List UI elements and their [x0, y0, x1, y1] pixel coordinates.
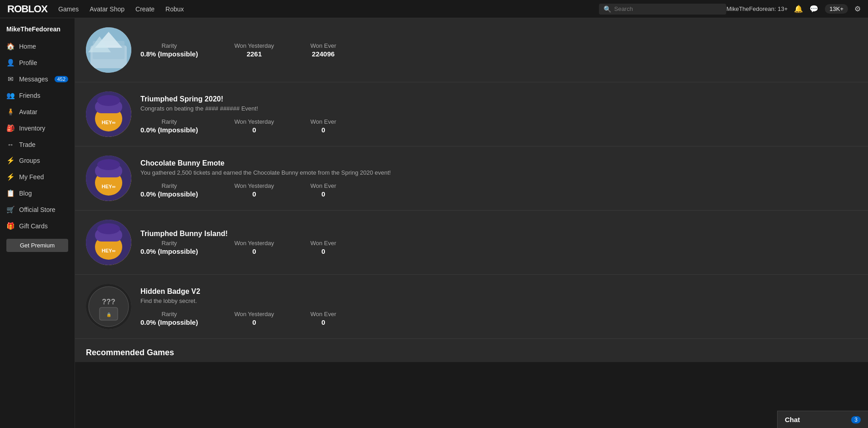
- search-input[interactable]: [614, 5, 722, 12]
- won-ever-stat: Won Ever 0: [310, 240, 336, 255]
- badge-stats: Rarity 0.8% (Impossible) Won Yesterday 2…: [140, 42, 857, 58]
- sidebar-label-myfeed: My Feed: [19, 173, 44, 181]
- notifications-icon[interactable]: 🔔: [794, 5, 803, 13]
- sidebar-label-trade: Trade: [19, 141, 35, 148]
- nav-robux[interactable]: Robux: [165, 5, 184, 13]
- svg-text:🔒: 🔒: [106, 312, 112, 317]
- robux-balance: 13K+: [825, 4, 848, 14]
- friends-icon: 👥: [6, 91, 15, 100]
- sidebar-label-inventory: Inventory: [19, 125, 45, 132]
- settings-icon[interactable]: ⚙: [854, 5, 861, 13]
- won-ever-stat: Won Ever 0: [310, 182, 336, 198]
- chat-bar[interactable]: Chat 3: [777, 411, 868, 428]
- badge-row: ??? 🔒 Hidden Badge V2 Find the lobby sec…: [75, 275, 868, 339]
- svg-point-13: [97, 159, 120, 170]
- messages-badge: 452: [55, 76, 68, 82]
- sidebar-item-gift-cards[interactable]: 🎁 Gift Cards: [0, 218, 75, 234]
- myfeed-icon: ⚡: [6, 173, 15, 181]
- badge-desc: You gathered 2,500 tickets and earned th…: [140, 169, 857, 176]
- sidebar-label-messages: Messages: [19, 76, 48, 83]
- nav-create[interactable]: Create: [135, 5, 155, 13]
- badge-stats: Rarity 0.0% (Impossible) Won Yesterday 0…: [140, 182, 857, 198]
- sidebar-item-profile[interactable]: 👤 Profile: [0, 55, 75, 71]
- svg-point-21: [89, 287, 129, 327]
- nav-games[interactable]: Games: [58, 5, 79, 13]
- sidebar-label-giftcards: Gift Cards: [19, 222, 48, 230]
- sidebar-label-profile: Profile: [19, 59, 37, 66]
- badge-stats: Rarity 0.0% (Impossible) Won Yesterday 0…: [140, 118, 857, 134]
- badge-desc: Congrats on beating the #### ###### Even…: [140, 105, 857, 112]
- sidebar-item-avatar[interactable]: 🧍 Avatar: [0, 104, 75, 120]
- sidebar-item-official-store[interactable]: 🛒 Official Store: [0, 201, 75, 218]
- recommended-games-title: Recommended Games: [75, 339, 868, 362]
- won-yesterday-stat: Won Yesterday 0: [234, 182, 274, 198]
- won-ever-value: 0: [321, 126, 325, 134]
- won-yesterday-label: Won Yesterday: [234, 42, 274, 49]
- rarity-label: Rarity: [161, 311, 177, 317]
- chat-label: Chat: [785, 416, 800, 423]
- won-yesterday-value: 0: [252, 318, 256, 326]
- home-icon: 🏠: [6, 42, 15, 50]
- badge-name: Triumphed Spring 2020!: [140, 95, 857, 103]
- won-ever-value: 0: [321, 247, 325, 255]
- blog-icon: 📋: [6, 189, 15, 197]
- sidebar-label-store: Official Store: [19, 206, 55, 213]
- groups-icon: ⚡: [6, 156, 15, 165]
- get-premium-button[interactable]: Get Premium: [6, 239, 68, 252]
- won-ever-stat: Won Ever 0: [310, 311, 336, 326]
- trade-icon: ↔: [6, 141, 15, 148]
- won-ever-label: Won Ever: [310, 240, 336, 247]
- won-ever-stat: Won Ever 224096: [310, 42, 336, 58]
- giftcards-icon: 🎁: [6, 222, 15, 230]
- chat-badge: 3: [851, 416, 861, 423]
- rarity-stat: Rarity 0.8% (Impossible): [140, 42, 198, 58]
- badge-info: Rarity 0.8% (Impossible) Won Yesterday 2…: [140, 42, 857, 58]
- nav-avatar-shop[interactable]: Avatar Shop: [90, 5, 125, 13]
- chat-icon[interactable]: 💬: [809, 5, 818, 13]
- top-navigation: ROBLOX Games Avatar Shop Create Robux 🔍 …: [0, 0, 868, 18]
- sidebar-item-trade[interactable]: ↔ Trade: [0, 136, 75, 152]
- rarity-label: Rarity: [161, 240, 177, 247]
- badge-info: Triumphed Bunny Island! Rarity 0.0% (Imp…: [140, 230, 857, 255]
- svg-point-18: [97, 223, 120, 234]
- hidden-badge-svg: ??? 🔒: [86, 284, 131, 329]
- sidebar-label-friends: Friends: [19, 92, 40, 99]
- won-yesterday-stat: Won Yesterday 0: [234, 118, 274, 134]
- badge-image: ??? 🔒: [86, 284, 131, 329]
- won-yesterday-stat: Won Yesterday 0: [234, 311, 274, 326]
- search-bar[interactable]: 🔍: [599, 4, 726, 15]
- sidebar-item-messages[interactable]: ✉ Messages 452: [0, 71, 75, 87]
- badge-desc: Find the lobby secret.: [140, 297, 857, 304]
- search-icon: 🔍: [604, 5, 611, 13]
- messages-icon: ✉: [6, 75, 15, 83]
- sidebar-item-home[interactable]: 🏠 Home: [0, 38, 75, 55]
- hey-badge-svg-2: HEY∞: [86, 156, 131, 201]
- main-content: Rarity 0.8% (Impossible) Won Yesterday 2…: [75, 18, 868, 428]
- won-ever-label: Won Ever: [310, 42, 336, 49]
- badge-name: Triumphed Bunny Island!: [140, 230, 857, 238]
- badge-row: HEY∞ Triumphed Bunny Island! Rarity 0.0%…: [75, 211, 868, 275]
- won-yesterday-label: Won Yesterday: [234, 240, 274, 247]
- won-ever-stat: Won Ever 0: [310, 118, 336, 134]
- badge-image: HEY∞: [86, 91, 131, 137]
- won-ever-value: 0: [321, 318, 325, 326]
- sidebar-label-avatar: Avatar: [19, 108, 37, 116]
- rarity-value: 0.0% (Impossible): [140, 126, 198, 134]
- sidebar-item-myfeed[interactable]: ⚡ My Feed: [0, 169, 75, 185]
- badge-image: [86, 27, 131, 73]
- sidebar-item-groups[interactable]: ⚡ Groups: [0, 152, 75, 169]
- won-yesterday-value: 0: [252, 247, 256, 255]
- avatar-icon: 🧍: [6, 108, 15, 116]
- rarity-label: Rarity: [161, 118, 177, 125]
- page-layout: MikeTheFedorean 🏠 Home 👤 Profile ✉ Messa…: [0, 18, 868, 428]
- sidebar-item-friends[interactable]: 👥 Friends: [0, 87, 75, 104]
- badge-row: Rarity 0.8% (Impossible) Won Yesterday 2…: [75, 18, 868, 82]
- rarity-value: 0.8% (Impossible): [140, 50, 198, 58]
- inventory-icon: 🎒: [6, 124, 15, 132]
- rarity-stat: Rarity 0.0% (Impossible): [140, 118, 198, 134]
- won-ever-label: Won Ever: [310, 182, 336, 189]
- store-icon: 🛒: [6, 206, 15, 214]
- sidebar-item-blog[interactable]: 📋 Blog: [0, 185, 75, 201]
- sidebar-item-inventory[interactable]: 🎒 Inventory: [0, 120, 75, 136]
- rarity-stat: Rarity 0.0% (Impossible): [140, 240, 198, 255]
